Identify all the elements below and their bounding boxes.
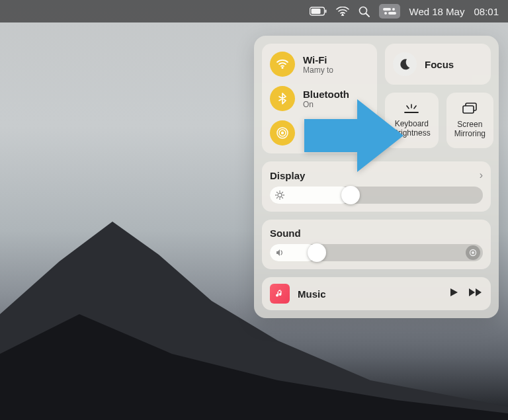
svg-line-26	[282, 198, 283, 198]
sound-slider[interactable]	[270, 244, 483, 261]
battery-icon[interactable]	[310, 7, 327, 16]
menubar: Wed 18 May 08:01	[0, 0, 508, 22]
svg-rect-1	[325, 10, 326, 13]
wifi-icon	[270, 52, 295, 77]
airplay-audio-icon[interactable]	[466, 245, 480, 260]
control-center-panel: Wi-Fi Mamy to Bluetooth On	[254, 36, 499, 318]
sound-card: Sound	[262, 220, 491, 269]
svg-line-17	[414, 106, 416, 108]
spotlight-icon[interactable]	[359, 6, 370, 17]
svg-point-4	[359, 7, 366, 14]
svg-line-16	[407, 106, 409, 108]
svg-point-29	[472, 251, 474, 254]
annotation-arrow	[304, 99, 403, 175]
svg-point-3	[341, 14, 343, 16]
screen-mirroring-icon	[462, 103, 478, 117]
svg-rect-2	[311, 9, 320, 14]
screen-mirroring-label: Screen Mirroring	[454, 120, 486, 139]
forward-icon[interactable]	[468, 288, 483, 300]
wifi-label: Wi-Fi	[303, 54, 333, 65]
music-card[interactable]: Music	[262, 277, 491, 310]
wifi-toggle[interactable]: Wi-Fi Mamy to	[270, 52, 369, 77]
svg-point-7	[392, 8, 395, 11]
svg-point-9	[384, 12, 387, 15]
bluetooth-label: Bluetooth	[303, 89, 349, 100]
play-icon[interactable]	[448, 287, 459, 300]
svg-line-27	[277, 198, 278, 198]
sun-icon	[275, 190, 284, 200]
svg-point-10	[282, 67, 284, 69]
svg-rect-6	[383, 8, 391, 11]
screen-mirroring-button[interactable]: Screen Mirroring	[446, 93, 493, 148]
svg-line-5	[366, 13, 369, 17]
display-label: Display	[270, 170, 305, 181]
control-center-icon[interactable]	[379, 4, 400, 19]
display-slider[interactable]	[270, 187, 483, 204]
menubar-time[interactable]: 08:01	[474, 6, 499, 17]
svg-rect-19	[463, 106, 474, 113]
focus-label: Focus	[425, 59, 454, 70]
svg-line-25	[277, 192, 278, 193]
airdrop-icon	[270, 120, 295, 146]
keyboard-brightness-icon	[403, 103, 420, 116]
moon-icon	[393, 52, 417, 76]
svg-line-28	[282, 192, 283, 193]
svg-point-11	[281, 132, 284, 134]
music-label: Music	[298, 288, 441, 300]
sound-label: Sound	[270, 228, 301, 239]
menubar-date[interactable]: Wed 18 May	[409, 6, 465, 17]
speaker-icon	[275, 248, 284, 257]
svg-point-20	[278, 193, 282, 197]
wifi-status-icon[interactable]	[336, 7, 349, 16]
svg-rect-8	[388, 12, 396, 15]
wifi-subtitle: Mamy to	[303, 65, 333, 75]
music-app-icon	[270, 284, 290, 304]
bluetooth-icon	[270, 86, 295, 111]
chevron-right-icon[interactable]: ›	[480, 169, 483, 181]
focus-button[interactable]: Focus	[385, 44, 491, 85]
